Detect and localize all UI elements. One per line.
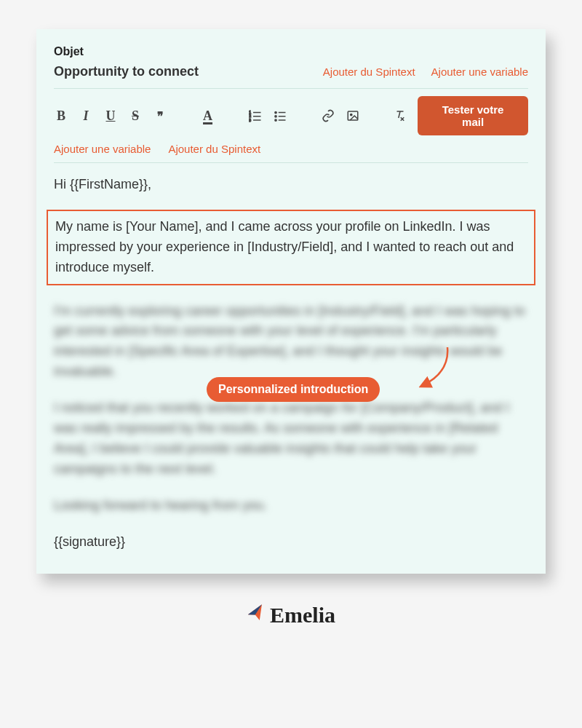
test-mail-button[interactable]: Tester votre mail bbox=[418, 96, 528, 135]
greeting-line: Hi {{FirstName}}, bbox=[54, 175, 528, 195]
svg-rect-12 bbox=[348, 111, 358, 120]
callout-badge: Personnalized introduction bbox=[207, 377, 380, 402]
body-add-spintext-link[interactable]: Ajouter du Spintext bbox=[168, 143, 260, 155]
add-variable-link[interactable]: Ajouter une variable bbox=[431, 66, 528, 78]
italic-icon[interactable]: I bbox=[79, 108, 93, 123]
intro-highlight-box: My name is [Your Name], and I came acros… bbox=[47, 210, 535, 285]
bold-icon[interactable]: B bbox=[54, 108, 68, 123]
editor-secondary-links: Ajouter une variable Ajouter du Spintext bbox=[54, 143, 528, 163]
signature-line: {{signature}} bbox=[54, 532, 528, 553]
strikethrough-icon[interactable]: S bbox=[128, 108, 143, 123]
subject-actions: Ajouter du Spintext Ajouter une variable bbox=[323, 66, 528, 78]
link-icon[interactable] bbox=[321, 108, 335, 123]
svg-point-8 bbox=[275, 116, 276, 117]
subject-label: Objet bbox=[54, 45, 528, 58]
unordered-list-icon[interactable] bbox=[273, 108, 287, 123]
font-color-icon[interactable]: A bbox=[201, 108, 215, 123]
add-spintext-link[interactable]: Ajouter du Spintext bbox=[323, 66, 415, 78]
svg-point-6 bbox=[275, 111, 276, 113]
subject-input[interactable]: Opportunity to connect bbox=[54, 64, 199, 79]
image-icon[interactable] bbox=[346, 108, 360, 123]
underline-icon[interactable]: U bbox=[103, 108, 118, 123]
paragraph-3: I noticed that you recently worked on a … bbox=[54, 398, 528, 480]
paragraph-4: Looking forward to hearing from you. bbox=[54, 496, 528, 516]
svg-point-10 bbox=[275, 119, 276, 121]
brand-name: Emelia bbox=[270, 603, 335, 628]
clear-format-icon[interactable] bbox=[393, 108, 407, 123]
email-editor-card: Objet Opportunity to connect Ajouter du … bbox=[36, 29, 546, 574]
ordered-list-icon[interactable]: 123 bbox=[248, 108, 263, 123]
callout-arrow-icon bbox=[407, 344, 458, 395]
intro-paragraph: My name is [Your Name], and I came acros… bbox=[55, 219, 514, 274]
svg-text:3: 3 bbox=[249, 118, 251, 122]
paper-plane-icon bbox=[244, 602, 268, 629]
quote-icon[interactable]: ❞ bbox=[153, 108, 167, 123]
body-add-variable-link[interactable]: Ajouter une variable bbox=[54, 143, 151, 155]
formatting-toolbar: B I U S ❞ A 123 bbox=[54, 88, 528, 135]
svg-point-13 bbox=[350, 114, 351, 115]
brand-logo: Emelia bbox=[247, 603, 335, 628]
subject-row: Opportunity to connect Ajouter du Spinte… bbox=[54, 64, 528, 79]
